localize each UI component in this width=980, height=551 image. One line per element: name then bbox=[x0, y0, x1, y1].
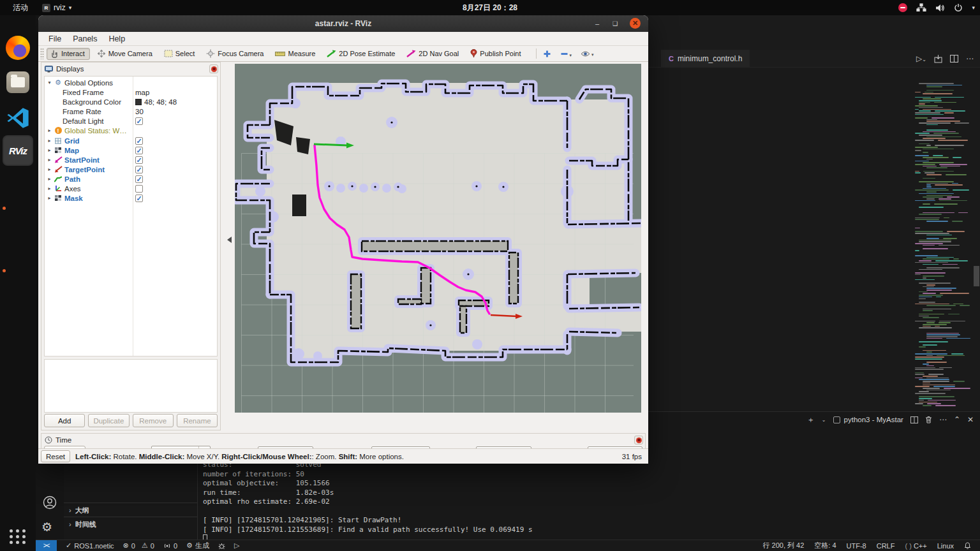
tree-row-mask[interactable]: ▸ Mask ✓ bbox=[45, 193, 218, 203]
account-icon[interactable] bbox=[43, 496, 57, 510]
system-tray[interactable]: ▾ bbox=[898, 0, 975, 15]
expander-icon[interactable]: ▸ bbox=[47, 176, 52, 182]
rename-button[interactable]: Rename bbox=[177, 414, 218, 427]
remote-indicator[interactable]: >< bbox=[36, 540, 57, 551]
outline-section[interactable]: ›大纲 bbox=[64, 503, 198, 517]
branch-status[interactable]: ✓ROS1.noetic bbox=[66, 541, 114, 550]
tree-row-fixed-frame[interactable]: Fixed Frame map bbox=[45, 87, 218, 97]
zoom-in-button[interactable] bbox=[543, 50, 551, 58]
background-color-value[interactable]: 48; 48; 48 bbox=[135, 98, 177, 106]
rviz-titlebar[interactable]: astar.rviz - RViz – ❑ ✕ bbox=[38, 15, 648, 32]
checkbox-checked[interactable]: ✓ bbox=[135, 156, 143, 164]
rviz-3d-view[interactable] bbox=[235, 64, 641, 413]
menu-help[interactable]: Help bbox=[103, 34, 130, 44]
cursor-position[interactable]: 行 200, 列 42 bbox=[762, 541, 804, 550]
tool-2d-nav-goal[interactable]: 2D Nav Goal bbox=[403, 48, 463, 59]
tree-row-global-status[interactable]: ▸ ! Global Status: W… bbox=[45, 126, 218, 135]
ports-status[interactable]: 0 bbox=[163, 542, 177, 550]
run-task-icon[interactable]: ▷ bbox=[234, 541, 239, 550]
tree-row-targetpoint[interactable]: ▸ TargetPoint ✓ bbox=[45, 165, 218, 174]
build-button[interactable]: ⚙生成 bbox=[186, 541, 209, 550]
language-mode[interactable]: ( ) C++ bbox=[905, 542, 926, 550]
expander-icon[interactable]: ▸ bbox=[47, 166, 52, 172]
add-button[interactable]: Add bbox=[44, 414, 85, 427]
dock-rviz[interactable]: RViz bbox=[0, 135, 36, 166]
tool-focus-camera[interactable]: Focus Camera bbox=[203, 48, 268, 59]
expander-icon[interactable]: ▸ bbox=[47, 138, 52, 143]
close-panel-icon[interactable]: ✕ bbox=[967, 415, 974, 424]
tree-row-default-light[interactable]: Default Light ✓ bbox=[45, 116, 218, 126]
close-displays-button[interactable] bbox=[209, 64, 218, 73]
dock-files[interactable] bbox=[0, 71, 36, 93]
view-visibility-button[interactable]: ▾ bbox=[581, 50, 594, 57]
indentation[interactable]: 空格: 4 bbox=[814, 541, 836, 550]
tree-row-axes[interactable]: ▸ Axes bbox=[45, 184, 218, 193]
gear-icon[interactable]: ⚙ bbox=[41, 520, 52, 534]
expander-icon[interactable]: ▸ bbox=[47, 195, 52, 201]
zoom-out-button[interactable]: ▾ bbox=[560, 50, 572, 58]
tree-row-grid[interactable]: ▸ Grid ✓ bbox=[45, 136, 218, 145]
open-changes-icon[interactable] bbox=[934, 55, 942, 63]
tab-minimum-control[interactable]: C minimum_control.h bbox=[661, 50, 750, 68]
debug-icon[interactable] bbox=[218, 542, 225, 550]
dock-app-grid[interactable] bbox=[0, 529, 36, 544]
displays-tree[interactable]: ▾ ⚙ Global Options Fixed Frame map Backg… bbox=[44, 76, 218, 356]
timeline-section[interactable]: ›时间线 bbox=[64, 517, 198, 531]
run-button[interactable]: ▷⌄ bbox=[916, 54, 926, 63]
checkbox-checked[interactable]: ✓ bbox=[135, 137, 143, 145]
duplicate-button[interactable]: Duplicate bbox=[88, 414, 129, 427]
close-time-button[interactable] bbox=[634, 436, 643, 444]
tree-row-map[interactable]: ▸ Map ✓ bbox=[45, 145, 218, 155]
expander-icon[interactable]: ▸ bbox=[47, 157, 52, 163]
tool-move-camera[interactable]: Move Camera bbox=[94, 48, 157, 59]
expander-icon[interactable]: ▸ bbox=[47, 186, 52, 191]
checkbox-unchecked[interactable] bbox=[135, 185, 143, 193]
reset-button[interactable]: Reset bbox=[41, 450, 70, 462]
maximize-panel-icon[interactable]: ⌃ bbox=[954, 415, 960, 424]
dock-firefox[interactable] bbox=[0, 36, 36, 60]
tool-publish-point[interactable]: Publish Point bbox=[467, 48, 525, 59]
os-indicator[interactable]: Linux bbox=[937, 542, 954, 550]
frame-rate-value[interactable]: 30 bbox=[135, 108, 144, 115]
clock[interactable]: 8月27日 20：28 bbox=[0, 0, 980, 15]
menu-panels[interactable]: Panels bbox=[68, 34, 102, 44]
checkbox-checked[interactable]: ✓ bbox=[135, 166, 143, 173]
maximize-button[interactable]: ❑ bbox=[610, 18, 620, 29]
tree-row-global-options[interactable]: ▾ ⚙ Global Options bbox=[45, 78, 218, 87]
split-terminal-icon[interactable] bbox=[910, 416, 918, 423]
tree-row-frame-rate[interactable]: Frame Rate 30 bbox=[45, 107, 218, 116]
tool-measure[interactable]: Measure bbox=[272, 48, 320, 59]
more-actions-icon[interactable]: ⋯ bbox=[939, 415, 947, 424]
expander-icon[interactable]: ▸ bbox=[47, 128, 52, 133]
trash-icon[interactable] bbox=[925, 416, 932, 423]
more-actions-icon[interactable]: ⋯ bbox=[966, 54, 974, 63]
checkbox-checked[interactable]: ✓ bbox=[135, 147, 143, 154]
editor-scrollbar[interactable] bbox=[974, 266, 979, 286]
fixed-frame-value[interactable]: map bbox=[135, 89, 149, 96]
dock-vscode[interactable] bbox=[0, 106, 36, 130]
minimize-button[interactable]: – bbox=[592, 18, 602, 29]
expander-icon[interactable]: ▾ bbox=[47, 80, 52, 85]
checkbox-checked[interactable]: ✓ bbox=[135, 175, 143, 183]
chevron-down-icon[interactable]: ⌄ bbox=[822, 417, 826, 423]
close-button[interactable]: ✕ bbox=[630, 18, 641, 29]
checkbox-checked[interactable]: ✓ bbox=[135, 195, 143, 202]
toolbar-grip[interactable] bbox=[40, 48, 44, 59]
checkbox-checked[interactable]: ✓ bbox=[135, 117, 143, 125]
new-terminal-icon[interactable]: ＋ bbox=[807, 415, 815, 425]
tree-row-background-color[interactable]: Background Color 48; 48; 48 bbox=[45, 97, 218, 107]
tool-interact[interactable]: Interact bbox=[47, 48, 90, 60]
tool-select[interactable]: Select bbox=[161, 48, 200, 59]
tree-row-startpoint[interactable]: ▸ StartPoint ✓ bbox=[45, 155, 218, 165]
tool-2d-pose-estimate[interactable]: 2D Pose Estimate bbox=[323, 48, 399, 59]
remove-button[interactable]: Remove bbox=[133, 414, 174, 427]
eol[interactable]: CRLF bbox=[877, 542, 895, 550]
encoding[interactable]: UTF-8 bbox=[847, 542, 866, 550]
split-editor-icon[interactable] bbox=[950, 55, 958, 62]
menu-file[interactable]: File bbox=[43, 34, 66, 44]
tree-row-path[interactable]: ▸ Path ✓ bbox=[45, 174, 218, 184]
problems-status[interactable]: ⊗0⚠0 bbox=[123, 541, 154, 550]
terminal-tab[interactable]: python3 - MyAstar bbox=[833, 416, 903, 423]
displays-panel-title[interactable]: Displays bbox=[41, 62, 220, 75]
splitter-collapse-icon[interactable] bbox=[227, 237, 232, 243]
